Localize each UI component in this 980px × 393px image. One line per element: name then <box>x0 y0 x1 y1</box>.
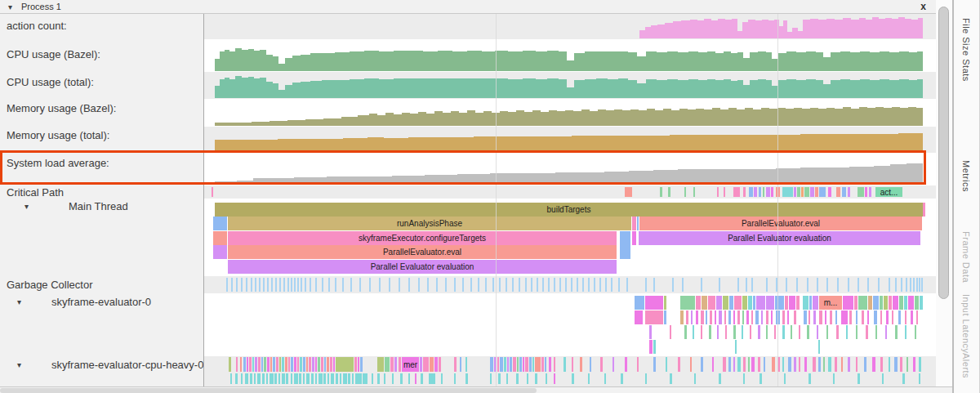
slice[interactable] <box>564 357 566 372</box>
slice[interactable] <box>828 357 831 372</box>
slice[interactable] <box>708 296 715 310</box>
slice[interactable] <box>684 325 687 339</box>
slice[interactable] <box>809 296 812 310</box>
slice[interactable] <box>635 296 644 310</box>
slice[interactable] <box>513 357 516 372</box>
slice[interactable] <box>523 357 524 372</box>
slice[interactable] <box>748 357 750 372</box>
slice[interactable] <box>668 187 670 197</box>
slice[interactable] <box>749 187 753 197</box>
slice[interactable] <box>549 357 551 372</box>
slice[interactable] <box>771 310 773 324</box>
slice[interactable] <box>874 310 877 324</box>
slice[interactable] <box>460 357 461 372</box>
slice[interactable] <box>723 357 726 372</box>
slice[interactable] <box>813 296 818 310</box>
slice[interactable] <box>756 296 765 310</box>
slice[interactable] <box>394 357 397 372</box>
slice[interactable] <box>649 340 653 354</box>
slice[interactable] <box>264 357 266 372</box>
slice[interactable] <box>311 373 314 384</box>
slice[interactable] <box>710 310 712 324</box>
slice[interactable] <box>774 325 776 339</box>
slice[interactable] <box>826 325 828 339</box>
slice[interactable] <box>835 310 837 324</box>
slice[interactable] <box>590 357 591 372</box>
slice-labeled[interactable]: skyframeExecutor.configureTargets <box>228 231 617 245</box>
slice[interactable] <box>245 373 248 384</box>
slice[interactable] <box>352 373 354 384</box>
slice[interactable] <box>213 231 227 245</box>
slice[interactable] <box>572 357 573 372</box>
slice[interactable] <box>441 373 443 384</box>
slice[interactable] <box>807 325 809 339</box>
horizontal-scrollbar-thumb[interactable] <box>0 388 537 393</box>
slice[interactable] <box>872 357 875 372</box>
slice[interactable] <box>841 310 848 324</box>
slice[interactable] <box>733 310 735 324</box>
slice[interactable] <box>466 357 467 372</box>
slice[interactable] <box>742 310 744 324</box>
slice[interactable] <box>819 187 826 197</box>
slice[interactable] <box>680 296 695 310</box>
slice[interactable] <box>625 187 632 197</box>
slice[interactable] <box>794 357 796 372</box>
slice[interactable] <box>324 357 326 372</box>
slice[interactable] <box>719 373 721 384</box>
slice[interactable] <box>892 310 893 324</box>
slice[interactable] <box>880 310 882 324</box>
slice[interactable] <box>554 357 555 372</box>
slice[interactable] <box>297 357 299 372</box>
slice[interactable] <box>911 310 913 324</box>
sys-load-chart[interactable] <box>204 153 936 185</box>
slice[interactable] <box>782 187 793 197</box>
slice[interactable] <box>527 373 528 384</box>
slice[interactable] <box>733 187 740 197</box>
slice[interactable] <box>333 357 335 372</box>
slice[interactable] <box>717 325 719 339</box>
main-thread-flame[interactable]: buildTargetsrunAnalysisPhaseParallelEval… <box>204 199 936 276</box>
slice[interactable] <box>916 310 918 324</box>
slice[interactable] <box>880 296 883 310</box>
slice[interactable] <box>799 357 800 372</box>
slice[interactable] <box>686 310 688 324</box>
evaluator0-flame[interactable]: m... <box>204 293 936 356</box>
slice[interactable] <box>856 357 858 372</box>
slice[interactable] <box>782 325 785 339</box>
collapse-arrow-icon[interactable]: ▾ <box>17 297 21 308</box>
slice[interactable] <box>808 310 810 324</box>
slice[interactable] <box>645 373 647 384</box>
slice[interactable] <box>330 357 332 372</box>
slice[interactable] <box>895 325 898 339</box>
slice[interactable] <box>923 203 925 217</box>
slice[interactable] <box>240 357 242 372</box>
slice[interactable] <box>823 357 825 372</box>
slice[interactable] <box>717 187 719 197</box>
slice-labeled[interactable]: act... <box>875 187 902 197</box>
slice[interactable] <box>724 310 726 324</box>
slice[interactable] <box>819 310 822 324</box>
slice[interactable] <box>836 325 839 339</box>
track-label-cpu-heavy[interactable]: skyframe-evaluator-cpu-heavy-0 <box>51 360 203 371</box>
slice[interactable] <box>813 357 816 372</box>
slice[interactable] <box>751 310 753 324</box>
slice[interactable] <box>743 357 746 372</box>
track-label-evaluator0[interactable]: skyframe-evaluator-0 <box>51 297 151 308</box>
slice[interactable] <box>772 357 775 372</box>
cpu-bazel-chart[interactable] <box>204 39 936 72</box>
slice[interactable] <box>372 373 373 384</box>
slice[interactable] <box>273 357 275 372</box>
slice[interactable] <box>303 357 305 372</box>
slice[interactable] <box>825 310 826 324</box>
slice[interactable] <box>236 357 238 372</box>
slice[interactable] <box>680 310 684 324</box>
slice[interactable] <box>306 373 310 384</box>
slice-labeled[interactable]: mer <box>402 357 419 372</box>
slice[interactable] <box>247 357 248 372</box>
slice[interactable] <box>728 310 731 324</box>
vertical-scrollbar[interactable] <box>936 0 952 386</box>
slice[interactable] <box>865 187 867 197</box>
slice[interactable] <box>737 310 740 324</box>
slice[interactable] <box>743 187 746 197</box>
slice[interactable] <box>754 187 757 197</box>
